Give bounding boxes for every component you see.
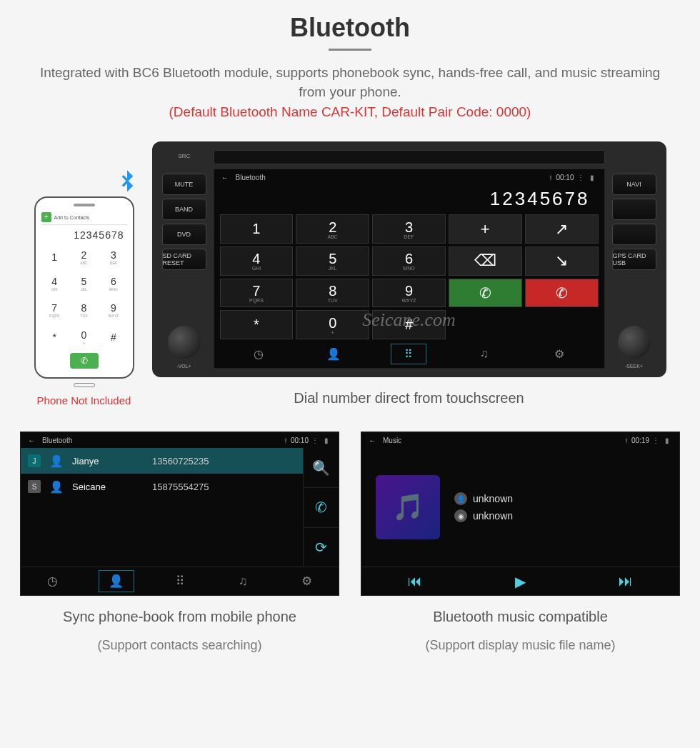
dial-key-1[interactable]: 1 [220,214,294,244]
wifi-icon: ⋮ [311,437,319,444]
left-hw-button[interactable]: BAND [162,199,206,220]
phone-call-button[interactable]: ✆ [70,353,99,369]
title-underline [329,49,371,51]
back-icon[interactable]: ← [369,437,376,444]
nav-settings-icon[interactable]: ⚙ [541,344,577,364]
phone-key-5[interactable]: 5JKL [71,271,97,295]
dial-key-0[interactable]: 0+ [296,310,369,339]
dial-key-⌫[interactable]: ⌫ [449,246,522,276]
panel-title: Bluetooth [42,437,72,444]
sync-button[interactable]: ⟳ [304,528,339,567]
right-hw-button[interactable] [612,224,656,245]
artist-name: unknown [473,493,513,504]
artist-icon: 👤 [454,492,467,505]
status-time: 00:10 [556,174,574,181]
right-hw-button[interactable] [612,199,656,220]
dial-key-✆[interactable]: ✆ [525,279,599,308]
src-label: SRC [179,153,191,159]
dial-key-↘[interactable]: ↘ [525,246,599,276]
page-warning: (Default Bluetooth Name CAR-KIT, Default… [0,104,700,120]
music-panel: ← Music ᚼ 00:19 ⋮ ▮ 🎵 👤unknown ◉unknown … [361,432,680,596]
add-contacts-label: Add to Contacts [54,215,90,220]
nav-dialpad-icon[interactable]: ⠿ [391,344,426,364]
wifi-icon: ⋮ [652,437,659,444]
phone-key-8[interactable]: 8TUV [71,299,97,322]
right-hw-button[interactable]: NAVI [612,174,656,195]
add-icon[interactable]: + [41,212,51,222]
phone-key-9[interactable]: 9WXYZ [100,299,126,322]
contacts-caption-sub: (Support contacts searching) [20,638,339,653]
play-button[interactable]: ▶ [515,573,526,590]
contact-number: 13560725235 [152,456,209,467]
dial-key-+[interactable]: + [449,214,522,244]
contacts-panel: ← Bluetooth ᚼ 00:10 ⋮ ▮ J👤Jianye13560725… [20,432,339,596]
next-track-button[interactable]: ⏭ [619,573,633,589]
dial-key-✆[interactable]: ✆ [449,279,522,308]
search-button[interactable]: 🔍 [304,448,339,488]
battery-icon: ▮ [324,437,329,444]
person-icon: 👤 [49,480,64,494]
battery-icon: ▮ [590,174,594,181]
contact-row[interactable]: S👤Seicane15875554275 [21,474,303,499]
dial-key-#[interactable]: # [372,310,446,339]
nav-music-icon[interactable]: ♫ [466,344,502,364]
nav-music-icon[interactable]: ♫ [226,571,261,592]
left-hw-button[interactable]: SD CARD RESET [162,249,206,270]
left-hw-button[interactable]: DVD [162,224,206,245]
unit-caption: Dial number direct from touchscreen [152,390,666,407]
nav-contacts-icon[interactable]: 👤 [99,570,134,592]
phone-dialed-number: 12345678 [41,225,127,245]
person-icon: 👤 [49,454,64,468]
left-hw-button[interactable]: MUTE [162,174,206,195]
touchscreen[interactable]: ← Bluetooth ᚼ 00:10 ⋮ ▮ 12345678 12ABC3D… [214,169,605,369]
dial-key-4[interactable]: 4GHI [220,246,294,276]
seek-knob-label: -SEEK+ [625,364,643,369]
dial-key-5[interactable]: 5JKL [296,246,369,276]
phone-key-4[interactable]: 4GHI [41,271,68,295]
dial-key-↗[interactable]: ↗ [525,214,599,244]
dial-key-*[interactable]: * [220,310,294,339]
letter-tag: S [28,480,41,493]
bluetooth-status-icon: ᚼ [549,174,553,181]
contact-name: Seicane [72,482,144,492]
album-art: 🎵 [376,475,440,539]
contact-row[interactable]: J👤Jianye13560725235 [21,448,303,474]
phone-key-*[interactable]: * [41,325,68,349]
left-button-column: MUTEBANDDVDSD CARD RESET -VOL+ [161,150,208,369]
phone-key-3[interactable]: 3DEF [100,245,126,269]
seek-knob[interactable] [618,326,651,359]
nav-contacts-icon[interactable]: 👤 [316,344,351,364]
dial-key-9[interactable]: 9WXYZ [372,279,446,308]
right-hw-button[interactable]: GPS CARD USB [612,249,656,270]
call-button[interactable]: ✆ [304,488,339,528]
dial-key-7[interactable]: 7PQRS [220,279,294,308]
page-title: Bluetooth [0,13,700,43]
panel-title: Music [383,437,401,444]
prev-track-button[interactable]: ⏮ [408,573,422,589]
battery-icon: ▮ [665,437,669,444]
dial-key-2[interactable]: 2ABC [296,214,369,244]
phone-key-#[interactable]: # [100,325,126,349]
back-icon[interactable]: ← [221,174,229,181]
dial-key-6[interactable]: 6MNO [372,246,446,276]
volume-knob[interactable] [168,326,201,359]
disc-slot: SRC [214,150,605,164]
phone-key-2[interactable]: 2ABC [71,245,97,269]
nav-dialpad-icon[interactable]: ⠿ [162,570,198,592]
nav-recents-icon[interactable]: ◷ [35,570,71,592]
contact-name: Jianye [72,456,144,467]
phone-key-6[interactable]: 6MNO [100,271,126,295]
phone-key-7[interactable]: 7PQRS [41,299,68,322]
nav-recents-icon[interactable]: ◷ [241,344,276,364]
nav-settings-icon[interactable]: ⚙ [289,570,325,592]
bluetooth-status-icon: ᚼ [624,437,629,444]
dial-key-3[interactable]: 3DEF [372,214,446,244]
phone-key-0[interactable]: 0+ [71,325,97,349]
dial-key-8[interactable]: 8TUV [296,279,369,308]
phone-key-1[interactable]: 1 [41,245,68,269]
music-caption: Bluetooth music compatible [361,609,680,625]
back-icon[interactable]: ← [28,437,35,444]
album-name: unknown [473,510,513,522]
screen-title: Bluetooth [236,174,266,181]
phone-mockup: + Add to Contacts 12345678 12ABC3DEF4GHI… [34,196,134,407]
